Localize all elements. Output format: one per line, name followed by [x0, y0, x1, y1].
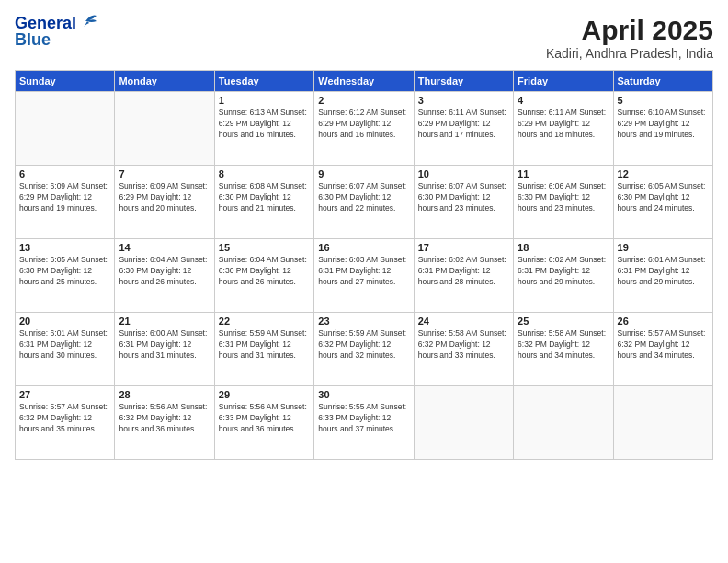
day-info: Sunrise: 6:09 AM Sunset: 6:29 PM Dayligh…: [119, 181, 210, 214]
day-info: Sunrise: 6:04 AM Sunset: 6:30 PM Dayligh…: [219, 255, 310, 288]
day-number: 29: [219, 389, 310, 400]
day-info: Sunrise: 6:11 AM Sunset: 6:29 PM Dayligh…: [418, 108, 509, 141]
day-info: Sunrise: 6:05 AM Sunset: 6:30 PM Dayligh…: [19, 255, 110, 288]
day-info: Sunrise: 5:57 AM Sunset: 6:32 PM Dayligh…: [618, 328, 709, 362]
day-info: Sunrise: 5:58 AM Sunset: 6:32 PM Dayligh…: [518, 328, 609, 362]
weekday-header-monday: Monday: [115, 71, 214, 92]
day-info: Sunrise: 6:06 AM Sunset: 6:30 PM Dayligh…: [518, 181, 609, 214]
day-number: 30: [318, 389, 409, 400]
day-info: Sunrise: 6:02 AM Sunset: 6:31 PM Dayligh…: [418, 255, 509, 288]
day-info: Sunrise: 5:57 AM Sunset: 6:32 PM Dayligh…: [19, 402, 110, 435]
day-cell: 15Sunrise: 6:04 AM Sunset: 6:30 PM Dayli…: [214, 239, 313, 313]
day-number: 12: [618, 168, 709, 179]
day-cell: 11Sunrise: 6:06 AM Sunset: 6:30 PM Dayli…: [514, 166, 613, 239]
day-number: 20: [19, 316, 110, 327]
day-cell: 8Sunrise: 6:08 AM Sunset: 6:30 PM Daylig…: [214, 166, 313, 239]
day-info: Sunrise: 6:03 AM Sunset: 6:31 PM Dayligh…: [318, 255, 409, 288]
day-info: Sunrise: 6:00 AM Sunset: 6:31 PM Dayligh…: [119, 328, 210, 362]
logo-text-blue: Blue: [15, 31, 98, 50]
day-cell: 21Sunrise: 6:00 AM Sunset: 6:31 PM Dayli…: [115, 313, 214, 386]
day-cell: [115, 92, 214, 166]
day-info: Sunrise: 6:05 AM Sunset: 6:30 PM Dayligh…: [618, 181, 709, 214]
day-cell: 17Sunrise: 6:02 AM Sunset: 6:31 PM Dayli…: [414, 239, 513, 313]
day-cell: 16Sunrise: 6:03 AM Sunset: 6:31 PM Dayli…: [314, 239, 414, 313]
day-info: Sunrise: 5:59 AM Sunset: 6:31 PM Dayligh…: [219, 328, 310, 362]
day-number: 27: [19, 389, 110, 400]
month-title: April 2025: [546, 15, 713, 46]
day-number: 1: [219, 95, 310, 106]
day-info: Sunrise: 6:13 AM Sunset: 6:29 PM Dayligh…: [219, 108, 310, 141]
header: General Blue April 2025 Kadiri, Andhra P…: [15, 15, 713, 61]
day-number: 25: [518, 316, 609, 327]
day-number: 3: [418, 95, 509, 106]
day-info: Sunrise: 5:56 AM Sunset: 6:32 PM Dayligh…: [119, 402, 210, 435]
day-cell: 26Sunrise: 5:57 AM Sunset: 6:32 PM Dayli…: [613, 313, 712, 386]
day-cell: 6Sunrise: 6:09 AM Sunset: 6:29 PM Daylig…: [16, 166, 115, 239]
day-number: 13: [19, 242, 110, 253]
day-info: Sunrise: 6:12 AM Sunset: 6:29 PM Dayligh…: [318, 108, 409, 141]
day-number: 28: [119, 389, 210, 400]
weekday-header-row: SundayMondayTuesdayWednesdayThursdayFrid…: [16, 71, 713, 92]
day-cell: [16, 92, 115, 166]
day-number: 15: [219, 242, 310, 253]
day-cell: 10Sunrise: 6:07 AM Sunset: 6:30 PM Dayli…: [414, 166, 513, 239]
day-cell: 27Sunrise: 5:57 AM Sunset: 6:32 PM Dayli…: [16, 386, 115, 460]
location: Kadiri, Andhra Pradesh, India: [546, 46, 713, 61]
day-info: Sunrise: 5:55 AM Sunset: 6:33 PM Dayligh…: [318, 402, 409, 435]
logo-bird-icon: [78, 12, 98, 30]
day-cell: 5Sunrise: 6:10 AM Sunset: 6:29 PM Daylig…: [613, 92, 712, 166]
day-info: Sunrise: 6:07 AM Sunset: 6:30 PM Dayligh…: [318, 181, 409, 214]
day-info: Sunrise: 6:01 AM Sunset: 6:31 PM Dayligh…: [618, 255, 709, 288]
weekday-header-tuesday: Tuesday: [214, 71, 313, 92]
day-cell: 30Sunrise: 5:55 AM Sunset: 6:33 PM Dayli…: [314, 386, 414, 460]
day-number: 18: [518, 242, 609, 253]
logo: General Blue: [15, 15, 98, 50]
day-cell: 20Sunrise: 6:01 AM Sunset: 6:31 PM Dayli…: [16, 313, 115, 386]
day-cell: 29Sunrise: 5:56 AM Sunset: 6:33 PM Dayli…: [214, 386, 313, 460]
week-row-3: 13Sunrise: 6:05 AM Sunset: 6:30 PM Dayli…: [16, 239, 713, 313]
day-cell: 9Sunrise: 6:07 AM Sunset: 6:30 PM Daylig…: [314, 166, 414, 239]
day-cell: 2Sunrise: 6:12 AM Sunset: 6:29 PM Daylig…: [314, 92, 414, 166]
day-cell: 1Sunrise: 6:13 AM Sunset: 6:29 PM Daylig…: [214, 92, 313, 166]
day-info: Sunrise: 5:59 AM Sunset: 6:32 PM Dayligh…: [318, 328, 409, 362]
day-number: 23: [318, 316, 409, 327]
day-info: Sunrise: 5:58 AM Sunset: 6:32 PM Dayligh…: [418, 328, 509, 362]
day-cell: 14Sunrise: 6:04 AM Sunset: 6:30 PM Dayli…: [115, 239, 214, 313]
day-number: 14: [119, 242, 210, 253]
day-cell: 7Sunrise: 6:09 AM Sunset: 6:29 PM Daylig…: [115, 166, 214, 239]
day-cell: 19Sunrise: 6:01 AM Sunset: 6:31 PM Dayli…: [613, 239, 712, 313]
day-number: 26: [618, 316, 709, 327]
day-number: 8: [219, 168, 310, 179]
day-info: Sunrise: 6:08 AM Sunset: 6:30 PM Dayligh…: [219, 181, 310, 214]
calendar: SundayMondayTuesdayWednesdayThursdayFrid…: [15, 70, 713, 460]
day-cell: 22Sunrise: 5:59 AM Sunset: 6:31 PM Dayli…: [214, 313, 313, 386]
day-number: 11: [518, 168, 609, 179]
day-number: 6: [19, 168, 110, 179]
day-cell: [414, 386, 513, 460]
weekday-header-friday: Friday: [514, 71, 613, 92]
day-info: Sunrise: 6:02 AM Sunset: 6:31 PM Dayligh…: [518, 255, 609, 288]
week-row-4: 20Sunrise: 6:01 AM Sunset: 6:31 PM Dayli…: [16, 313, 713, 386]
day-cell: 3Sunrise: 6:11 AM Sunset: 6:29 PM Daylig…: [414, 92, 513, 166]
day-number: 16: [318, 242, 409, 253]
day-number: 22: [219, 316, 310, 327]
day-cell: 18Sunrise: 6:02 AM Sunset: 6:31 PM Dayli…: [514, 239, 613, 313]
day-cell: 13Sunrise: 6:05 AM Sunset: 6:30 PM Dayli…: [16, 239, 115, 313]
day-info: Sunrise: 6:09 AM Sunset: 6:29 PM Dayligh…: [19, 181, 110, 214]
day-cell: 28Sunrise: 5:56 AM Sunset: 6:32 PM Dayli…: [115, 386, 214, 460]
day-number: 4: [518, 95, 609, 106]
day-number: 5: [618, 95, 709, 106]
day-number: 21: [119, 316, 210, 327]
week-row-2: 6Sunrise: 6:09 AM Sunset: 6:29 PM Daylig…: [16, 166, 713, 239]
day-cell: 25Sunrise: 5:58 AM Sunset: 6:32 PM Dayli…: [514, 313, 613, 386]
day-info: Sunrise: 6:07 AM Sunset: 6:30 PM Dayligh…: [418, 181, 509, 214]
weekday-header-sunday: Sunday: [16, 71, 115, 92]
day-number: 2: [318, 95, 409, 106]
day-number: 17: [418, 242, 509, 253]
day-info: Sunrise: 6:01 AM Sunset: 6:31 PM Dayligh…: [19, 328, 110, 362]
day-cell: [514, 386, 613, 460]
day-number: 9: [318, 168, 409, 179]
day-cell: 23Sunrise: 5:59 AM Sunset: 6:32 PM Dayli…: [314, 313, 414, 386]
weekday-header-wednesday: Wednesday: [314, 71, 414, 92]
week-row-1: 1Sunrise: 6:13 AM Sunset: 6:29 PM Daylig…: [16, 92, 713, 166]
